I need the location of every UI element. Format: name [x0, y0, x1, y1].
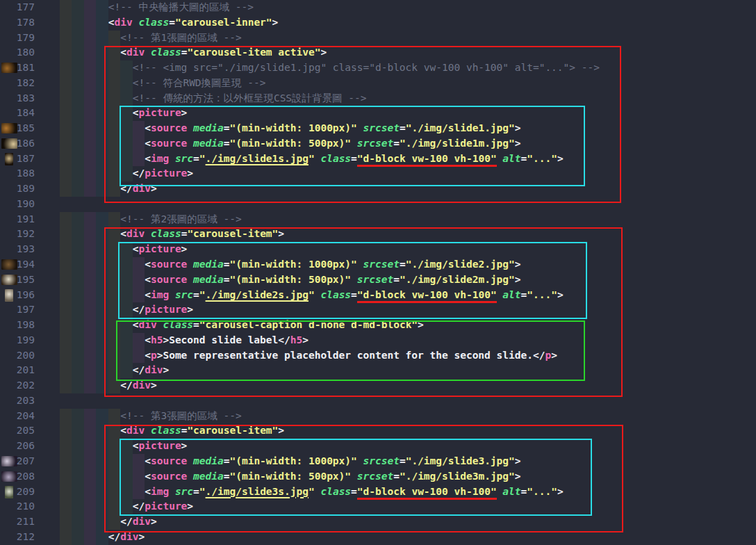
code-token: < — [145, 334, 151, 345]
code-text: <source media="(min-width: 500px)" srcse… — [60, 469, 521, 485]
code-text: <source media="(min-width: 1000px)" srcs… — [60, 454, 521, 469]
line-number: 192 — [0, 227, 35, 242]
code-line[interactable]: 199 <h5>Second slide label</h5> — [0, 333, 756, 348]
code-token: = — [193, 153, 199, 164]
line-number: 189 — [0, 181, 35, 197]
line-number: 181 — [0, 60, 35, 76]
code-token: "(min-width: 500px)" — [229, 471, 351, 482]
code-token: > — [187, 304, 193, 315]
code-line[interactable]: 192 <div class="carousel-item"> — [0, 227, 756, 242]
code-line[interactable]: 177 <!-- 中央輪播大圖的區域 --> — [0, 0, 756, 15]
code-token: > — [187, 501, 193, 512]
code-line[interactable]: 182 <!-- 符合RWD換圖呈現 --> — [0, 76, 756, 91]
code-line[interactable]: 200 <p>Some representative placeholder c… — [0, 348, 756, 364]
code-line[interactable]: 208 <source media="(min-width: 500px)" s… — [0, 469, 756, 485]
code-token — [351, 471, 357, 482]
code-token: = — [393, 274, 400, 285]
code-line[interactable]: 198 <div class="carousel-caption d-none … — [0, 318, 756, 333]
code-token: > — [557, 289, 564, 300]
code-line[interactable]: 178 <div class="carousel-inner"> — [0, 15, 756, 31]
code-line[interactable]: 201 </div> — [0, 363, 756, 378]
line-number: 193 — [0, 242, 35, 257]
code-line[interactable]: 191 <!-- 第2張圖的區域 --> — [0, 212, 756, 227]
file-link-token[interactable]: ./img/slide3s.jpg — [206, 486, 309, 497]
code-line[interactable]: 185 <source media="(min-width: 1000px)" … — [0, 121, 756, 136]
code-token: source — [151, 138, 187, 149]
code-line[interactable]: 203 — [0, 393, 756, 409]
code-line[interactable]: 206 <picture> — [0, 439, 756, 454]
code-text: <!-- 第3張圖的區域 --> — [60, 409, 242, 424]
code-token: </ — [133, 304, 145, 315]
code-text: <source media="(min-width: 1000px)" srcs… — [60, 121, 521, 136]
code-token: "(min-width: 1000px)" — [229, 259, 356, 270]
code-line[interactable]: 202 </div> — [0, 378, 756, 393]
code-token: < — [133, 440, 139, 451]
code-token: source — [151, 122, 187, 133]
code-token: < — [120, 228, 126, 239]
code-token: = — [400, 122, 406, 133]
code-line[interactable]: 210 </picture> — [0, 499, 756, 514]
code-token: "(min-width: 500px)" — [229, 274, 351, 285]
code-token: src — [175, 289, 193, 300]
code-token: > — [515, 259, 521, 270]
code-token — [357, 122, 363, 133]
code-line[interactable]: 183 <!-- 傳統的方法：以外框呈現CSS設計背景圖 --> — [0, 91, 756, 106]
code-line[interactable]: 189 </div> — [0, 181, 756, 197]
file-link-token[interactable]: ./img/slide1s.jpg — [206, 153, 309, 164]
code-line[interactable]: 209 <img src="./img/slide3s.jpg" class="… — [0, 485, 756, 500]
code-editor[interactable]: 177 <!-- 中央輪播大圖的區域 -->178 <div class="ca… — [0, 0, 756, 545]
code-line[interactable]: 212 </div> — [0, 530, 756, 545]
code-token — [187, 122, 193, 133]
code-line[interactable]: 186 <source media="(min-width: 500px)" s… — [0, 136, 756, 152]
code-token: > — [418, 319, 424, 330]
code-line[interactable]: 188 </picture> — [0, 166, 756, 181]
code-token: = — [521, 153, 527, 164]
code-line[interactable]: 196 <img src="./img/slide2s.jpg" class="… — [0, 288, 756, 303]
red-underlined-token: "d-block vw-100 vh-100" — [357, 289, 497, 303]
code-text: <source media="(min-width: 1000px)" srcs… — [60, 257, 521, 272]
code-line[interactable]: 181 <!-- <img src="./img/slide1.jpg" cla… — [0, 60, 756, 76]
code-token: div — [115, 17, 133, 28]
line-number: 201 — [0, 363, 35, 378]
code-token: > — [278, 425, 284, 436]
code-token: > — [515, 274, 521, 285]
code-token: alt — [502, 289, 520, 300]
line-number: 190 — [0, 197, 35, 212]
code-line[interactable]: 184 <picture> — [0, 106, 756, 121]
code-line[interactable]: 179 <!-- 第1張圖的區域 --> — [0, 31, 756, 46]
code-token: = — [351, 486, 357, 497]
code-token: class — [151, 228, 181, 239]
code-text: </picture> — [60, 302, 193, 318]
code-line[interactable]: 205 <div class="carousel-item"> — [0, 423, 756, 439]
code-token: img — [151, 486, 169, 497]
code-text: <p>Some representative placeholder conte… — [60, 348, 557, 364]
code-line[interactable]: 193 <picture> — [0, 242, 756, 257]
code-line[interactable]: 204 <!-- 第3張圖的區域 --> — [0, 409, 756, 424]
code-token: div — [133, 380, 151, 391]
code-token: < — [145, 486, 151, 497]
code-token: > — [278, 228, 284, 239]
code-token: = — [351, 289, 357, 300]
code-line[interactable]: 197 </picture> — [0, 302, 756, 318]
code-line[interactable]: 180 <div class="carousel-item active"> — [0, 45, 756, 60]
code-token: class — [320, 289, 351, 300]
code-text: <picture> — [60, 439, 187, 454]
code-token: "..." — [527, 486, 557, 497]
line-number: 180 — [0, 45, 35, 60]
code-line[interactable]: 190 — [0, 197, 756, 212]
code-token: src — [175, 153, 193, 164]
code-line[interactable]: 207 <source media="(min-width: 1000px)" … — [0, 454, 756, 469]
code-line[interactable]: 211 </div> — [0, 514, 756, 530]
code-token: img — [151, 153, 169, 164]
code-token — [145, 47, 151, 58]
code-line[interactable]: 187 <img src="./img/slide1s.jpg" class="… — [0, 152, 756, 167]
code-text: <!-- 第1張圖的區域 --> — [60, 31, 242, 46]
code-line[interactable]: 195 <source media="(min-width: 500px)" s… — [0, 272, 756, 288]
code-token: < — [145, 122, 151, 133]
code-token: div — [126, 228, 145, 239]
code-line[interactable]: 194 <source media="(min-width: 1000px)" … — [0, 257, 756, 272]
file-link-token[interactable]: ./img/slide2s.jpg — [206, 289, 309, 300]
code-token: srcset — [363, 259, 400, 270]
code-token: <!-- 第1張圖的區域 --> — [120, 32, 241, 43]
code-token: Some representative placeholder content … — [163, 350, 533, 361]
